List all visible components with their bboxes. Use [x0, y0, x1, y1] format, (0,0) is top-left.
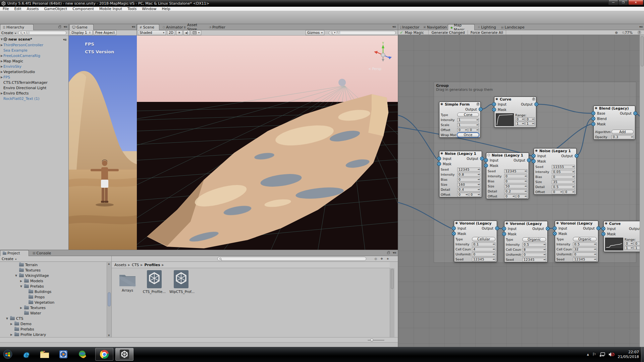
files-vertical-scrollbar[interactable] — [390, 268, 394, 337]
value-field[interactable]: 160◄► — [457, 183, 480, 187]
node-graph-area[interactable]: Group Drag in generators to group them — [398, 35, 644, 347]
help-icon[interactable]: ? — [532, 98, 535, 101]
chrome-taskbar-button[interactable] — [95, 348, 113, 361]
menu-assets[interactable]: Assets — [24, 7, 42, 11]
scene-menu-icon[interactable]: ▾≡ — [63, 38, 66, 41]
eye-icon[interactable]: ◉ — [440, 152, 443, 155]
tab-inspector[interactable]: iInspector — [398, 24, 421, 30]
input-port[interactable] — [452, 226, 456, 230]
help-icon[interactable]: ? — [476, 103, 480, 106]
graph-zoom-control[interactable]: 77% — [622, 31, 633, 35]
lock-icon[interactable] — [58, 26, 61, 28]
wrap-mode-dropdown[interactable]: Once — [457, 133, 479, 137]
hierarchy-create-button[interactable]: Create ▾ — [1, 31, 16, 35]
input-port[interactable] — [502, 227, 506, 231]
mask-port[interactable] — [553, 232, 557, 236]
node-curve-2[interactable]: ◉Curve? InputOutput Mask Range: 0◄►0◄► 1… — [603, 221, 644, 252]
hierarchy-item[interactable]: ▶FreeLookCameraRig — [0, 53, 68, 58]
value-field[interactable]: 0◄► — [504, 194, 515, 198]
hierarchy-search-input[interactable]: ▾All — [18, 31, 66, 35]
type-dropdown[interactable]: Cellular — [472, 237, 495, 241]
persp-label[interactable]: < Persp — [368, 67, 381, 71]
value-field[interactable]: 0◄► — [522, 253, 546, 257]
hierarchy-item[interactable]: ▶ThirdPersonController — [0, 42, 68, 48]
hierarchy-item[interactable]: Sea Example — [0, 48, 68, 53]
value-field[interactable]: 0◄► — [469, 193, 480, 197]
tab-landscape[interactable]: ▤Landscape — [499, 24, 525, 30]
eye-icon[interactable]: ◉ — [556, 221, 559, 225]
value-field[interactable]: 0◄► — [573, 252, 597, 256]
tree-item[interactable]: ▼Prefabs — [0, 284, 111, 289]
breadcrumb-cts[interactable]: CTS — [132, 263, 139, 267]
hierarchy-root[interactable]: ▼ new scene* ▾≡ — [0, 37, 68, 42]
hierarchy-item[interactable]: Enviro Directional Light — [0, 85, 68, 90]
hierarchy-item[interactable]: ▶FPS — [0, 74, 68, 80]
menu-tools[interactable]: Tools — [125, 7, 139, 11]
focus-icon[interactable]: ⊕ — [615, 31, 618, 35]
node-noise-legacy-3[interactable]: ◉Noise (Legacy 1 InputOutput Mask Seed11… — [534, 148, 577, 195]
tree-item[interactable]: ▶Models — [0, 278, 111, 284]
mask-port[interactable] — [484, 164, 488, 168]
value-field[interactable]: 8◄► — [522, 248, 546, 252]
value-field[interactable]: 35◄► — [552, 180, 575, 184]
mask-port[interactable] — [452, 232, 456, 236]
eye-icon[interactable]: ◉ — [505, 222, 508, 225]
tab-project[interactable]: Project — [0, 250, 29, 256]
tree-item[interactable]: Props — [0, 294, 111, 300]
hierarchy-item[interactable]: ▶Enviro Effects — [0, 90, 68, 96]
input-port[interactable] — [437, 157, 441, 161]
range-field[interactable]: 0◄► — [625, 242, 633, 245]
value-field[interactable]: 0.05◄► — [552, 170, 575, 174]
clock[interactable]: 22:07 21/05/2018 — [618, 350, 639, 359]
effects-dropdown[interactable]: ▾ — [191, 30, 201, 35]
pane-menu-icon[interactable]: ▾≡ — [132, 25, 135, 28]
force-generate-all-button[interactable]: Force Generate All — [468, 30, 506, 35]
tree-item[interactable]: Vegetation — [0, 300, 111, 305]
value-field[interactable]: 0.3◄► — [611, 135, 634, 139]
help-icon[interactable]: ? — [637, 31, 641, 35]
value-field[interactable]: 12345◄► — [504, 169, 527, 173]
type-dropdown[interactable]: Organic — [573, 237, 597, 241]
tab-map-magic[interactable]: ◆Map Magic — [448, 24, 475, 30]
menu-edit[interactable]: Edit — [11, 7, 24, 11]
hierarchy-item[interactable]: ▶EnviroSky — [0, 64, 68, 69]
lighting-toggle-icon[interactable]: ☀ — [176, 30, 182, 35]
tab-profiler[interactable]: ◔Profiler — [207, 24, 225, 30]
value-field[interactable]: 11555◄► — [552, 165, 575, 169]
tree-item[interactable]: ▶Textures — [0, 305, 111, 310]
eye-icon[interactable]: ◉ — [495, 97, 498, 101]
maximize-button[interactable]: ❐ — [619, 0, 628, 5]
lock-icon[interactable] — [387, 252, 390, 254]
value-field[interactable]: 12345◄► — [457, 168, 480, 172]
tree-item[interactable]: ▼VikingVillage — [0, 273, 111, 278]
menu-window[interactable]: Window — [139, 7, 159, 11]
value-field[interactable]: 0◄► — [504, 179, 527, 183]
tree-item[interactable]: Buildings — [0, 289, 111, 294]
minimize-button[interactable]: — — [608, 0, 618, 5]
search-by-type-icon[interactable]: ◎ — [374, 257, 377, 260]
output-port[interactable] — [495, 226, 499, 230]
value-field[interactable]: 0◄► — [469, 128, 479, 132]
2d-toggle[interactable]: 2D — [167, 30, 175, 35]
action-center-flag-icon[interactable]: ⚐ — [592, 352, 596, 357]
value-field[interactable]: 0.8◄► — [457, 173, 480, 177]
mask-port[interactable] — [591, 122, 595, 126]
mask-port[interactable] — [502, 232, 506, 236]
tab-navigation[interactable]: ⌘Navigation — [421, 24, 447, 30]
value-field[interactable]: 0.4◄► — [457, 188, 480, 192]
tree-item[interactable]: Textures — [0, 267, 111, 273]
type-dropdown[interactable]: Organic — [522, 237, 546, 242]
unity-taskbar-button[interactable] — [115, 348, 133, 361]
volume-muted-icon[interactable] — [608, 352, 614, 357]
close-button[interactable]: ✕ — [628, 0, 643, 5]
value-field[interactable]: 1◄► — [457, 123, 479, 127]
tab-scene[interactable]: #Scene — [137, 24, 159, 30]
tab-lighting[interactable]: ☼Lighting — [475, 24, 496, 30]
value-field[interactable]: 0.2◄► — [504, 189, 527, 193]
search-by-label-icon[interactable]: ❖ — [380, 257, 383, 260]
tab-asset-store[interactable]: 🗑Asset Store — [181, 24, 206, 30]
curve-preview[interactable] — [605, 238, 623, 250]
tree-item[interactable]: ▶Profile Library — [0, 332, 111, 337]
asset-wipcts-profile[interactable]: WipCTS_Prof... — [169, 269, 193, 294]
value-field[interactable]: 12345◄► — [472, 257, 495, 261]
